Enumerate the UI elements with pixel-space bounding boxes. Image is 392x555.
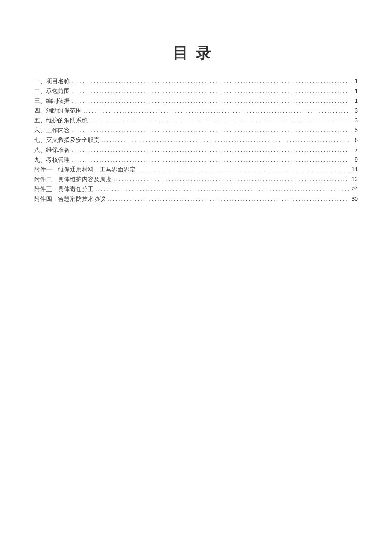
document-page: 目录 一、项目名称 1 二、承包范围 1 三、编制依据 1 四、消防维保范围 3… <box>0 0 392 204</box>
toc-leader-dots <box>72 96 349 106</box>
toc-item-label: 一、项目名称 <box>34 76 70 86</box>
toc-item-label: 七、灭火救援及安全职责 <box>34 135 100 145</box>
toc-leader-dots <box>95 184 349 194</box>
toc-item-label: 四、消防维保范围 <box>34 106 82 116</box>
toc-leader-dots <box>137 165 349 174</box>
toc-item-page: 1 <box>350 96 358 106</box>
toc-item: 八、维保准备 7 <box>34 145 358 155</box>
toc-item: 六、工作内容 5 <box>34 125 358 135</box>
toc-item: 二、承包范围 1 <box>34 86 358 96</box>
toc-item: 三、编制依据 1 <box>34 96 358 106</box>
toc-leader-dots <box>84 106 349 116</box>
toc-item-page: 11 <box>350 165 358 174</box>
toc-item-label: 二、承包范围 <box>34 86 70 96</box>
toc-item-page: 3 <box>350 106 358 116</box>
toc-leader-dots <box>72 155 349 165</box>
toc-leader-dots <box>72 145 349 155</box>
toc-item: 附件四：智慧消防技术协议 30 <box>34 194 358 204</box>
toc-item-label: 六、工作内容 <box>34 125 70 135</box>
toc-item: 附件二：具体维护内容及周期 13 <box>34 174 358 184</box>
toc-item: 附件一：维保通用材料、工具界面界定 11 <box>34 165 358 174</box>
toc-item-label: 附件一：维保通用材料、工具界面界定 <box>34 165 135 174</box>
toc-item-page: 30 <box>350 194 358 204</box>
toc-leader-dots <box>107 194 349 204</box>
toc-leader-dots <box>72 125 349 135</box>
toc-item-page: 5 <box>350 125 358 135</box>
toc-item-page: 9 <box>350 155 358 165</box>
toc-leader-dots <box>113 174 349 184</box>
toc-item-page: 13 <box>350 174 358 184</box>
toc-item-page: 1 <box>350 76 358 86</box>
toc-item-label: 五、维护的消防系统 <box>34 116 88 125</box>
toc-item: 七、灭火救援及安全职责 6 <box>34 135 358 145</box>
toc-list: 一、项目名称 1 二、承包范围 1 三、编制依据 1 四、消防维保范围 3 五、… <box>34 76 358 204</box>
toc-item-label: 附件三：具体责任分工 <box>34 184 94 194</box>
toc-item-label: 九、考核管理 <box>34 155 70 165</box>
toc-leader-dots <box>89 116 349 125</box>
toc-item-page: 7 <box>350 145 358 155</box>
toc-item-label: 附件二：具体维护内容及周期 <box>34 174 112 184</box>
toc-leader-dots <box>101 135 349 145</box>
toc-item-page: 6 <box>350 135 358 145</box>
toc-item-page: 3 <box>350 116 358 125</box>
toc-item: 四、消防维保范围 3 <box>34 106 358 116</box>
toc-item-page: 24 <box>350 184 358 194</box>
toc-item: 附件三：具体责任分工 24 <box>34 184 358 194</box>
toc-leader-dots <box>72 76 349 86</box>
toc-item-label: 附件四：智慧消防技术协议 <box>34 194 106 204</box>
toc-item-label: 八、维保准备 <box>34 145 70 155</box>
toc-item: 五、维护的消防系统 3 <box>34 116 358 125</box>
toc-item: 九、考核管理 9 <box>34 155 358 165</box>
toc-leader-dots <box>72 86 349 96</box>
toc-item: 一、项目名称 1 <box>34 76 358 86</box>
toc-item-page: 1 <box>350 86 358 96</box>
toc-title: 目录 <box>34 43 358 64</box>
toc-item-label: 三、编制依据 <box>34 96 70 106</box>
